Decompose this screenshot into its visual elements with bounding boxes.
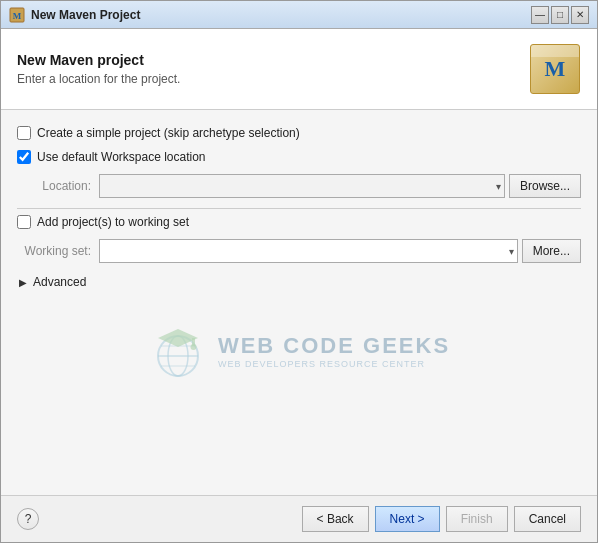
window-icon: M	[9, 7, 25, 23]
header-icon: M	[529, 43, 581, 95]
back-button[interactable]: < Back	[302, 506, 369, 532]
window: M New Maven Project — □ ✕ New Maven proj…	[0, 0, 598, 543]
close-button[interactable]: ✕	[571, 6, 589, 24]
simple-project-checkbox[interactable]	[17, 126, 31, 140]
working-set-input-group: More...	[99, 239, 581, 263]
workspace-label[interactable]: Use default Workspace location	[37, 150, 206, 164]
window-title: New Maven Project	[31, 8, 531, 22]
workspace-row: Use default Workspace location	[17, 150, 581, 164]
help-button[interactable]: ?	[17, 508, 39, 530]
working-set-checkbox[interactable]	[17, 215, 31, 229]
location-row: Location: Browse...	[21, 174, 581, 198]
svg-point-9	[190, 344, 196, 350]
watermark: WEB CODE GEEKS WEB DEVELOPERS RESOURCE C…	[148, 321, 450, 381]
working-set-field-row: Working set: More...	[21, 239, 581, 263]
globe-icon	[148, 321, 208, 381]
working-set-label[interactable]: Add project(s) to working set	[37, 215, 189, 229]
watermark-area: WEB CODE GEEKS WEB DEVELOPERS RESOURCE C…	[17, 291, 581, 411]
page-title: New Maven project	[17, 52, 180, 68]
simple-project-row: Create a simple project (skip archetype …	[17, 126, 581, 140]
minimize-button[interactable]: —	[531, 6, 549, 24]
workspace-checkbox[interactable]	[17, 150, 31, 164]
cancel-button[interactable]: Cancel	[514, 506, 581, 532]
title-bar: M New Maven Project — □ ✕	[1, 1, 597, 29]
location-input-group: Browse...	[99, 174, 581, 198]
working-set-row: Add project(s) to working set	[17, 215, 581, 229]
working-set-select-wrapper	[99, 239, 518, 263]
footer-right: < Back Next > Finish Cancel	[302, 506, 581, 532]
svg-text:M: M	[13, 11, 22, 21]
watermark-text-block: WEB CODE GEEKS WEB DEVELOPERS RESOURCE C…	[218, 333, 450, 369]
location-input[interactable]	[99, 174, 505, 198]
header-text: New Maven project Enter a location for t…	[17, 52, 180, 86]
next-button[interactable]: Next >	[375, 506, 440, 532]
page-subtitle: Enter a location for the project.	[17, 72, 180, 86]
more-button[interactable]: More...	[522, 239, 581, 263]
maximize-button[interactable]: □	[551, 6, 569, 24]
separator-1	[17, 208, 581, 209]
watermark-sub-text: WEB DEVELOPERS RESOURCE CENTER	[218, 359, 450, 369]
browse-button[interactable]: Browse...	[509, 174, 581, 198]
advanced-arrow-icon: ▶	[17, 276, 29, 288]
finish-button[interactable]: Finish	[446, 506, 508, 532]
working-set-label-text: Working set:	[21, 244, 91, 258]
watermark-logo: WEB CODE GEEKS WEB DEVELOPERS RESOURCE C…	[148, 321, 450, 381]
advanced-section[interactable]: ▶ Advanced	[17, 273, 581, 291]
footer-left: ?	[17, 508, 39, 530]
footer: ? < Back Next > Finish Cancel	[1, 495, 597, 542]
window-controls: — □ ✕	[531, 6, 589, 24]
content-area: Create a simple project (skip archetype …	[1, 110, 597, 495]
maven-logo: M	[530, 44, 580, 94]
location-select-wrapper	[99, 174, 505, 198]
advanced-label: Advanced	[33, 275, 86, 289]
working-set-select[interactable]	[99, 239, 518, 263]
header-section: New Maven project Enter a location for t…	[1, 29, 597, 110]
watermark-main-text: WEB CODE GEEKS	[218, 333, 450, 359]
simple-project-label[interactable]: Create a simple project (skip archetype …	[37, 126, 300, 140]
location-label: Location:	[21, 179, 91, 193]
